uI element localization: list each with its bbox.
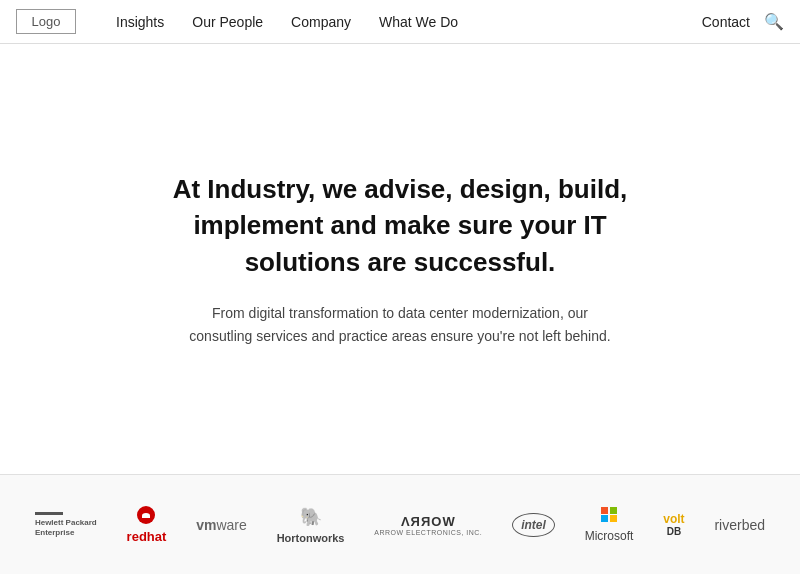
partner-redhat: redhat: [127, 506, 167, 544]
partner-bar: Hewlett PackardEnterprise redhat vmware …: [0, 474, 800, 574]
nav-links: Insights Our People Company What We Do: [116, 14, 702, 30]
hortonworks-label: Hortonworks: [277, 532, 345, 544]
ms-sq-blue: [601, 515, 608, 522]
microsoft-label: Microsoft: [585, 529, 634, 543]
redhat-icon: [137, 506, 155, 524]
nav-item-our-people[interactable]: Our People: [192, 14, 263, 30]
arrow-label: ΛЯЯOW: [401, 514, 456, 529]
voltdb-bottom-label: DB: [667, 526, 681, 537]
search-icon[interactable]: 🔍: [764, 12, 784, 31]
hero-section: At Industry, we advise, design, build, i…: [0, 44, 800, 474]
contact-link[interactable]: Contact: [702, 14, 750, 30]
nav-item-what-we-do[interactable]: What We Do: [379, 14, 458, 30]
voltdb-top-label: volt: [663, 512, 684, 526]
ms-sq-green: [610, 507, 617, 514]
hero-title: At Industry, we advise, design, build, i…: [140, 171, 660, 280]
partner-riverbed: riverbed: [714, 517, 765, 533]
intel-label: intel: [512, 513, 555, 537]
hortonworks-icon: 🐘: [300, 506, 322, 528]
partner-intel: intel: [512, 513, 555, 537]
navigation: Logo Insights Our People Company What We…: [0, 0, 800, 44]
redhat-label: redhat: [127, 529, 167, 544]
ms-sq-yellow: [610, 515, 617, 522]
nav-item-company[interactable]: Company: [291, 14, 351, 30]
microsoft-icon: [601, 507, 617, 523]
partner-vmware: vmware: [196, 517, 247, 533]
arrow-sublabel: ARROW ELECTRONICS, INC.: [374, 529, 482, 536]
logo[interactable]: Logo: [16, 9, 76, 34]
riverbed-label: riverbed: [714, 517, 765, 533]
ms-sq-red: [601, 507, 608, 514]
partner-arrow: ΛЯЯOW ARROW ELECTRONICS, INC.: [374, 514, 482, 536]
partner-hpe: Hewlett PackardEnterprise: [35, 512, 97, 537]
partner-microsoft: Microsoft: [585, 507, 634, 543]
nav-item-insights[interactable]: Insights: [116, 14, 164, 30]
nav-right: Contact 🔍: [702, 12, 784, 31]
partner-voltdb: volt DB: [663, 512, 684, 537]
partner-hortonworks: 🐘 Hortonworks: [277, 506, 345, 544]
hero-subtitle: From digital transformation to data cent…: [180, 302, 620, 347]
hpe-label: Hewlett PackardEnterprise: [35, 518, 97, 537]
vmware-label: vmware: [196, 517, 247, 533]
hpe-bar-icon: [35, 512, 63, 515]
